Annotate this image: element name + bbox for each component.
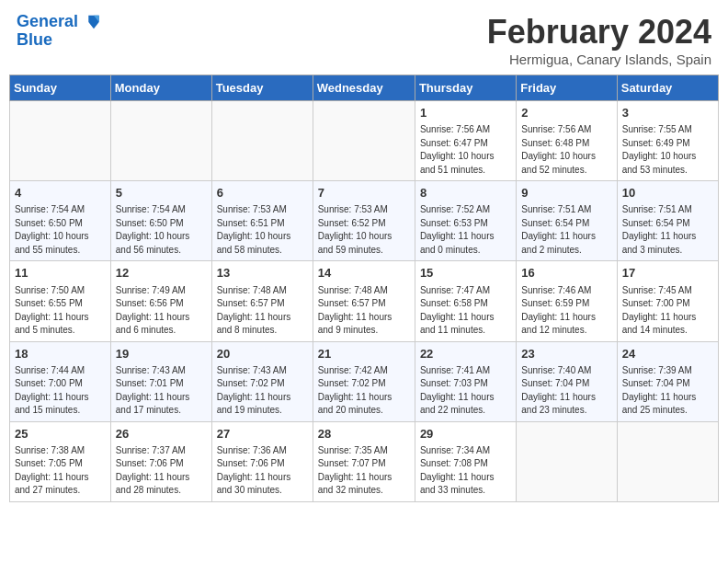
day-number: 28 bbox=[318, 426, 410, 442]
location: Hermigua, Canary Islands, Spain bbox=[487, 52, 711, 67]
calendar-cell: 1Sunrise: 7:56 AM Sunset: 6:47 PM Daylig… bbox=[415, 101, 516, 181]
day-info: Sunrise: 7:37 AM Sunset: 7:06 PM Dayligh… bbox=[116, 444, 207, 498]
calendar-cell: 28Sunrise: 7:35 AM Sunset: 7:07 PM Dayli… bbox=[313, 421, 415, 501]
day-info: Sunrise: 7:53 AM Sunset: 6:51 PM Dayligh… bbox=[217, 203, 308, 257]
day-number: 16 bbox=[521, 265, 611, 282]
week-row-4: 18Sunrise: 7:44 AM Sunset: 7:00 PM Dayli… bbox=[10, 341, 719, 421]
day-number: 27 bbox=[217, 426, 308, 442]
weekday-header-thursday: Thursday bbox=[415, 75, 516, 101]
logo: General Blue bbox=[17, 13, 103, 50]
week-row-1: 1Sunrise: 7:56 AM Sunset: 6:47 PM Daylig… bbox=[10, 101, 719, 181]
weekday-header-sunday: Sunday bbox=[10, 75, 111, 101]
week-row-3: 11Sunrise: 7:50 AM Sunset: 6:55 PM Dayli… bbox=[10, 261, 719, 341]
calendar-cell: 3Sunrise: 7:55 AM Sunset: 6:49 PM Daylig… bbox=[617, 101, 718, 181]
day-info: Sunrise: 7:38 AM Sunset: 7:05 PM Dayligh… bbox=[15, 444, 106, 498]
day-number: 24 bbox=[622, 346, 713, 362]
calendar-cell: 14Sunrise: 7:48 AM Sunset: 6:57 PM Dayli… bbox=[313, 261, 415, 341]
calendar-cell: 7Sunrise: 7:53 AM Sunset: 6:52 PM Daylig… bbox=[313, 181, 415, 261]
day-info: Sunrise: 7:56 AM Sunset: 6:47 PM Dayligh… bbox=[420, 123, 511, 177]
day-info: Sunrise: 7:35 AM Sunset: 7:07 PM Dayligh… bbox=[318, 444, 410, 498]
week-row-5: 25Sunrise: 7:38 AM Sunset: 7:05 PM Dayli… bbox=[10, 421, 719, 501]
day-number: 10 bbox=[622, 185, 713, 201]
calendar-cell: 29Sunrise: 7:34 AM Sunset: 7:08 PM Dayli… bbox=[415, 421, 516, 501]
day-info: Sunrise: 7:42 AM Sunset: 7:02 PM Dayligh… bbox=[318, 364, 410, 418]
day-number: 22 bbox=[420, 346, 511, 362]
day-info: Sunrise: 7:36 AM Sunset: 7:06 PM Dayligh… bbox=[217, 444, 308, 498]
calendar-cell: 20Sunrise: 7:43 AM Sunset: 7:02 PM Dayli… bbox=[211, 341, 313, 421]
day-info: Sunrise: 7:45 AM Sunset: 7:00 PM Dayligh… bbox=[622, 284, 713, 338]
day-info: Sunrise: 7:47 AM Sunset: 6:58 PM Dayligh… bbox=[420, 284, 511, 338]
day-info: Sunrise: 7:53 AM Sunset: 6:52 PM Dayligh… bbox=[318, 203, 410, 257]
week-row-2: 4Sunrise: 7:54 AM Sunset: 6:50 PM Daylig… bbox=[10, 181, 719, 261]
day-info: Sunrise: 7:44 AM Sunset: 7:00 PM Dayligh… bbox=[15, 364, 106, 418]
calendar: SundayMondayTuesdayWednesdayThursdayFrid… bbox=[9, 75, 719, 502]
calendar-cell: 26Sunrise: 7:37 AM Sunset: 7:06 PM Dayli… bbox=[110, 421, 211, 501]
calendar-cell: 27Sunrise: 7:36 AM Sunset: 7:06 PM Dayli… bbox=[211, 421, 313, 501]
title-block: February 2024 Hermigua, Canary Islands, … bbox=[487, 13, 711, 67]
calendar-cell: 12Sunrise: 7:49 AM Sunset: 6:56 PM Dayli… bbox=[110, 261, 211, 341]
day-number: 20 bbox=[217, 346, 308, 362]
weekday-header-wednesday: Wednesday bbox=[313, 75, 415, 101]
calendar-cell bbox=[211, 101, 313, 181]
day-number: 15 bbox=[420, 265, 511, 282]
day-number: 6 bbox=[217, 185, 308, 201]
calendar-cell: 9Sunrise: 7:51 AM Sunset: 6:54 PM Daylig… bbox=[517, 181, 617, 261]
calendar-cell: 5Sunrise: 7:54 AM Sunset: 6:50 PM Daylig… bbox=[110, 181, 211, 261]
day-info: Sunrise: 7:51 AM Sunset: 6:54 PM Dayligh… bbox=[521, 203, 611, 257]
day-info: Sunrise: 7:51 AM Sunset: 6:54 PM Dayligh… bbox=[622, 203, 713, 257]
day-number: 3 bbox=[622, 105, 713, 121]
day-number: 21 bbox=[318, 346, 410, 362]
calendar-cell: 4Sunrise: 7:54 AM Sunset: 6:50 PM Daylig… bbox=[10, 181, 111, 261]
day-info: Sunrise: 7:55 AM Sunset: 6:49 PM Dayligh… bbox=[622, 123, 713, 177]
day-info: Sunrise: 7:54 AM Sunset: 6:50 PM Dayligh… bbox=[15, 203, 106, 257]
day-info: Sunrise: 7:56 AM Sunset: 6:48 PM Dayligh… bbox=[521, 123, 611, 177]
day-number: 1 bbox=[420, 105, 511, 121]
day-number: 17 bbox=[622, 265, 713, 282]
day-number: 23 bbox=[521, 346, 611, 362]
logo-text2: Blue bbox=[17, 31, 103, 50]
weekday-header-tuesday: Tuesday bbox=[211, 75, 313, 101]
weekday-header-monday: Monday bbox=[110, 75, 211, 101]
header: General Blue February 2024 Hermigua, Can… bbox=[9, 9, 719, 71]
day-info: Sunrise: 7:48 AM Sunset: 6:57 PM Dayligh… bbox=[217, 284, 308, 338]
day-info: Sunrise: 7:46 AM Sunset: 6:59 PM Dayligh… bbox=[521, 284, 611, 338]
day-info: Sunrise: 7:43 AM Sunset: 7:02 PM Dayligh… bbox=[217, 364, 308, 418]
calendar-cell: 25Sunrise: 7:38 AM Sunset: 7:05 PM Dayli… bbox=[10, 421, 111, 501]
calendar-cell bbox=[617, 421, 718, 501]
calendar-cell: 11Sunrise: 7:50 AM Sunset: 6:55 PM Dayli… bbox=[10, 261, 111, 341]
day-number: 19 bbox=[116, 346, 207, 362]
weekday-header-friday: Friday bbox=[517, 75, 617, 101]
day-number: 11 bbox=[15, 265, 106, 282]
day-info: Sunrise: 7:40 AM Sunset: 7:04 PM Dayligh… bbox=[521, 364, 611, 418]
calendar-cell: 21Sunrise: 7:42 AM Sunset: 7:02 PM Dayli… bbox=[313, 341, 415, 421]
weekday-header-saturday: Saturday bbox=[617, 75, 718, 101]
day-number: 13 bbox=[217, 265, 308, 282]
day-number: 9 bbox=[521, 185, 611, 201]
month-title: February 2024 bbox=[487, 13, 711, 52]
day-info: Sunrise: 7:48 AM Sunset: 6:57 PM Dayligh… bbox=[318, 284, 410, 338]
day-info: Sunrise: 7:34 AM Sunset: 7:08 PM Dayligh… bbox=[420, 444, 511, 498]
day-info: Sunrise: 7:49 AM Sunset: 6:56 PM Dayligh… bbox=[116, 284, 207, 338]
day-info: Sunrise: 7:39 AM Sunset: 7:04 PM Dayligh… bbox=[622, 364, 713, 418]
calendar-cell: 13Sunrise: 7:48 AM Sunset: 6:57 PM Dayli… bbox=[211, 261, 313, 341]
day-number: 7 bbox=[318, 185, 410, 201]
day-number: 4 bbox=[15, 185, 106, 201]
calendar-cell: 19Sunrise: 7:43 AM Sunset: 7:01 PM Dayli… bbox=[110, 341, 211, 421]
calendar-cell: 24Sunrise: 7:39 AM Sunset: 7:04 PM Dayli… bbox=[617, 341, 718, 421]
calendar-cell bbox=[110, 101, 211, 181]
calendar-cell bbox=[10, 101, 111, 181]
calendar-cell: 16Sunrise: 7:46 AM Sunset: 6:59 PM Dayli… bbox=[517, 261, 617, 341]
day-info: Sunrise: 7:52 AM Sunset: 6:53 PM Dayligh… bbox=[420, 203, 511, 257]
calendar-cell: 18Sunrise: 7:44 AM Sunset: 7:00 PM Dayli… bbox=[10, 341, 111, 421]
calendar-cell: 17Sunrise: 7:45 AM Sunset: 7:00 PM Dayli… bbox=[617, 261, 718, 341]
day-number: 25 bbox=[15, 426, 106, 442]
calendar-cell: 2Sunrise: 7:56 AM Sunset: 6:48 PM Daylig… bbox=[517, 101, 617, 181]
calendar-cell: 22Sunrise: 7:41 AM Sunset: 7:03 PM Dayli… bbox=[415, 341, 516, 421]
logo-text: General bbox=[17, 13, 103, 31]
day-number: 12 bbox=[116, 265, 207, 282]
calendar-cell: 8Sunrise: 7:52 AM Sunset: 6:53 PM Daylig… bbox=[415, 181, 516, 261]
day-number: 18 bbox=[15, 346, 106, 362]
day-number: 2 bbox=[521, 105, 611, 121]
weekday-header-row: SundayMondayTuesdayWednesdayThursdayFrid… bbox=[10, 75, 719, 101]
day-number: 5 bbox=[116, 185, 207, 201]
